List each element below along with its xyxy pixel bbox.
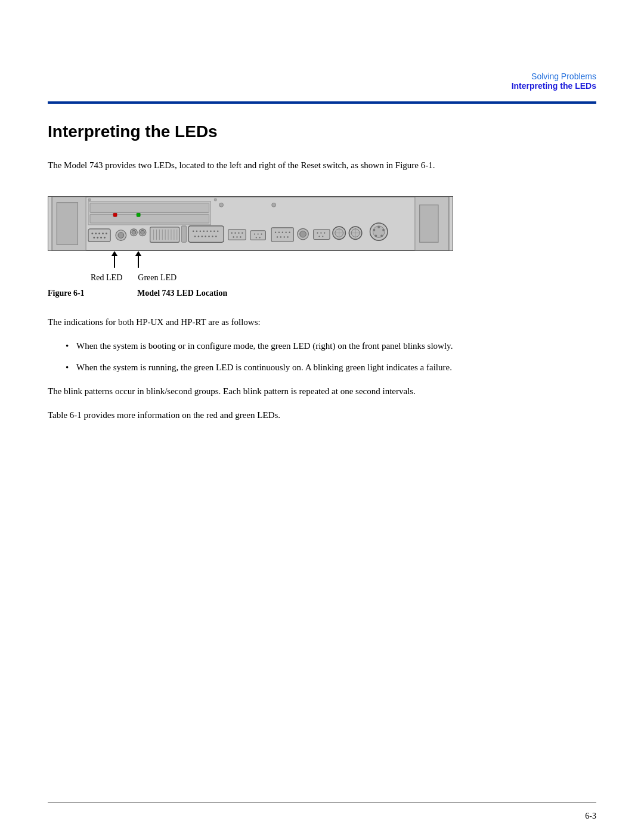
figure-container: Red LED Green LED [48, 196, 596, 284]
svg-point-84 [322, 236, 323, 237]
led-text-labels: Red LED Green LED [91, 273, 177, 283]
intro-paragraph: The Model 743 provides two LEDs, located… [48, 158, 453, 172]
svg-point-83 [318, 236, 320, 237]
page-container: Solving Problems Interpreting the LEDs I… [0, 0, 644, 833]
svg-point-58 [233, 236, 234, 237]
svg-point-99 [373, 229, 375, 231]
svg-point-69 [278, 232, 280, 233]
svg-rect-26 [150, 227, 179, 242]
svg-point-48 [202, 236, 203, 237]
svg-rect-103 [214, 199, 216, 201]
svg-point-76 [287, 236, 288, 237]
led-labels-area: Red LED Green LED [48, 251, 453, 284]
svg-point-81 [320, 233, 321, 234]
svg-point-68 [275, 232, 276, 233]
svg-point-98 [374, 235, 377, 237]
svg-rect-102 [88, 199, 91, 201]
svg-point-64 [261, 234, 262, 235]
svg-point-82 [324, 233, 325, 234]
svg-point-11 [91, 233, 93, 234]
green-led-arrowline [138, 256, 139, 268]
svg-rect-101 [137, 213, 140, 216]
svg-point-70 [282, 232, 283, 233]
svg-point-44 [213, 230, 215, 232]
green-led-arrow [135, 251, 141, 268]
svg-point-54 [231, 232, 233, 233]
svg-point-62 [254, 234, 255, 235]
svg-rect-7 [90, 214, 209, 223]
figure-caption: Figure 6-1 Model 743 LED Location [48, 289, 596, 298]
svg-point-72 [289, 232, 290, 233]
bullet-item-1: When the system is booting or in configu… [66, 339, 465, 353]
bottom-divider [48, 803, 596, 804]
svg-rect-2 [57, 203, 78, 244]
svg-point-46 [194, 236, 196, 237]
svg-point-15 [106, 233, 107, 234]
svg-point-97 [380, 235, 383, 237]
svg-point-43 [210, 230, 212, 232]
red-led-arrowline [114, 256, 115, 268]
page-number: 6-3 [585, 812, 596, 821]
svg-point-96 [382, 229, 385, 231]
svg-rect-10 [88, 229, 110, 242]
svg-point-74 [280, 236, 281, 237]
blink-pattern-text: The blink patterns occur in blink/second… [48, 384, 465, 398]
svg-point-65 [256, 237, 257, 238]
green-led-arrowhead [135, 251, 141, 256]
svg-point-19 [104, 237, 106, 239]
red-led-arrow [112, 251, 117, 268]
breadcrumb-parent: Solving Problems [512, 72, 596, 81]
svg-point-95 [377, 226, 380, 228]
svg-point-60 [240, 236, 241, 237]
svg-point-63 [258, 234, 259, 235]
svg-point-18 [100, 237, 102, 239]
svg-rect-36 [182, 226, 187, 242]
svg-point-38 [193, 230, 194, 232]
green-led-label: Green LED [138, 273, 177, 283]
bullet-item-2: When the system is running, the green LE… [66, 360, 465, 374]
svg-point-13 [98, 233, 100, 234]
svg-point-21 [118, 233, 124, 239]
figure-number: Figure 6-1 [48, 289, 107, 298]
table-reference-text: Table 6-1 provides more information on t… [48, 408, 465, 422]
indications-text: The indications for both HP-UX and HP-RT… [48, 315, 465, 329]
device-illustration [48, 196, 453, 251]
svg-point-25 [141, 230, 145, 234]
svg-point-59 [236, 236, 237, 237]
figure-title-text: Model 743 LED Location [137, 289, 227, 298]
svg-rect-4 [420, 205, 438, 243]
svg-point-14 [102, 233, 104, 234]
svg-point-9 [272, 203, 276, 207]
svg-point-56 [238, 232, 239, 233]
svg-point-16 [93, 237, 95, 239]
svg-point-40 [200, 230, 202, 232]
svg-rect-61 [250, 231, 265, 240]
svg-rect-100 [113, 213, 117, 216]
breadcrumb-nav: Solving Problems Interpreting the LEDs [512, 72, 596, 91]
bullet1-text: When the system is booting or in configu… [76, 341, 453, 351]
red-led-arrowhead [112, 251, 117, 256]
svg-rect-79 [314, 230, 330, 240]
svg-point-71 [286, 232, 287, 233]
bullet2-text: When the system is running, the green LE… [76, 363, 452, 372]
red-led-label: Red LED [91, 273, 122, 283]
svg-point-47 [198, 236, 200, 237]
svg-point-17 [97, 237, 98, 239]
svg-point-42 [206, 230, 208, 232]
svg-point-8 [219, 203, 224, 207]
svg-rect-6 [90, 203, 209, 213]
breadcrumb-current: Interpreting the LEDs [512, 81, 596, 91]
svg-rect-67 [271, 228, 293, 241]
svg-point-41 [203, 230, 205, 232]
svg-point-80 [317, 233, 318, 234]
top-divider [48, 101, 596, 104]
bullet-list: When the system is booting or in configu… [48, 339, 465, 374]
svg-point-50 [208, 236, 210, 237]
svg-point-52 [215, 236, 217, 237]
svg-point-49 [205, 236, 206, 237]
svg-point-55 [234, 232, 236, 233]
svg-point-39 [196, 230, 198, 232]
main-content: Interpreting the LEDs The Model 743 prov… [48, 116, 596, 785]
svg-point-75 [284, 236, 285, 237]
svg-point-73 [277, 236, 278, 237]
